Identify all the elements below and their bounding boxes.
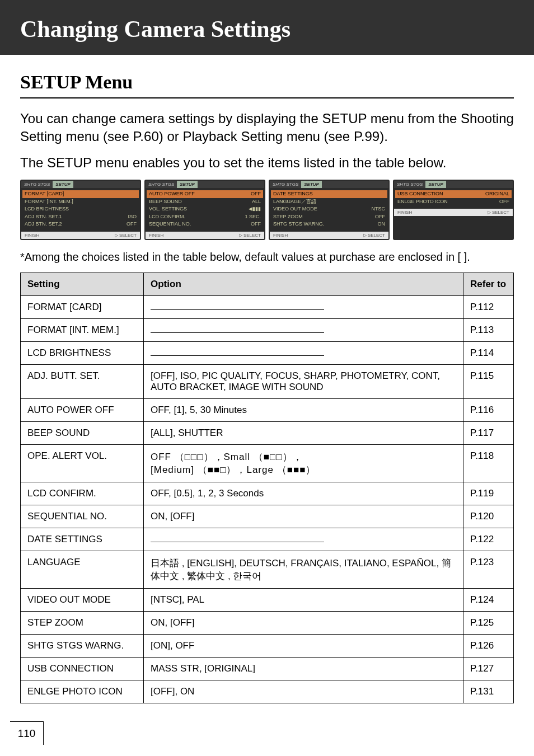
screenshot-foot-select: ▷ SELECT: [363, 233, 385, 238]
screenshot-menu-row: ADJ BTN. SET.1ISO: [25, 213, 137, 221]
setup-screenshot: SHTG STGSSETUPDATE SETTINGSLANGUAGE／言語VI…: [269, 180, 390, 240]
screenshot-menu-row: STEP ZOOMOFF: [273, 213, 385, 221]
table-row: BEEP SOUND[ALL], SHUTTERP.117: [21, 421, 514, 444]
cell-setting: AUTO POWER OFF: [21, 398, 144, 421]
blank-line: [151, 348, 324, 356]
table-row: ENLGE PHOTO ICON[OFF], ONP.131: [21, 680, 514, 703]
intro-paragraph-1: You can change camera settings by displa…: [20, 110, 514, 146]
screenshot-tab: SHTG STGS: [146, 181, 177, 188]
table-row: LCD BRIGHTNESSP.114: [21, 341, 514, 364]
screenshot-foot-finish: FINISH: [273, 233, 288, 238]
blank-line: [151, 302, 324, 310]
screenshot-menu-row: LCD CONFIRM.1 SEC.: [149, 213, 261, 221]
screenshot-menu-row: DATE SETTINGS: [271, 190, 387, 198]
section-rule: [20, 97, 514, 98]
cell-option: OFF, [1], 5, 30 Minutes: [144, 398, 463, 421]
screenshot-tab: SETUP: [53, 181, 73, 188]
screenshot-menu-row: SHTG STGS WARNG.ON: [273, 220, 385, 228]
cell-option: [144, 295, 463, 318]
screenshot-foot-select: ▷ SELECT: [115, 233, 137, 238]
table-row: LCD CONFIRM.OFF, [0.5], 1, 2, 3 SecondsP…: [21, 482, 514, 505]
cell-setting: SEQUENTIAL NO.: [21, 505, 144, 528]
cell-option: OFF （□□□），Small （■□□），[Medium] （■■□），Lar…: [144, 444, 463, 482]
screenshot-tab: SHTG STGS: [270, 181, 301, 188]
cell-option: [ON], OFF: [144, 634, 463, 657]
page-number: 110: [10, 721, 44, 745]
screenshot-tab: SHTG STGS: [394, 181, 425, 188]
screenshot-menu-row: USB CONNECTIONORIGINAL: [395, 190, 512, 198]
cell-setting: VIDEO OUT MODE: [21, 588, 144, 611]
table-row: OPE. ALERT VOL.OFF （□□□），Small （■□□），[Me…: [21, 444, 514, 482]
cell-setting: SHTG STGS WARNG.: [21, 634, 144, 657]
cell-option: 日本語 , [ENGLISH], DEUTSCH, FRANÇAIS, ITAL…: [144, 551, 463, 588]
cell-setting: BEEP SOUND: [21, 421, 144, 444]
table-row: DATE SETTINGSP.122: [21, 528, 514, 551]
cell-setting: DATE SETTINGS: [21, 528, 144, 551]
cell-refer: P.124: [463, 588, 514, 611]
cell-refer: P.118: [463, 444, 514, 482]
cell-option: [144, 341, 463, 364]
cell-option: [OFF], ON: [144, 680, 463, 703]
cell-option: OFF, [0.5], 1, 2, 3 Seconds: [144, 482, 463, 505]
table-row: FORMAT [INT. MEM.]P.113: [21, 318, 514, 341]
cell-refer: P.112: [463, 295, 514, 318]
table-row: AUTO POWER OFFOFF, [1], 5, 30 MinutesP.1…: [21, 398, 514, 421]
cell-refer: P.122: [463, 528, 514, 551]
cell-setting: LCD CONFIRM.: [21, 482, 144, 505]
screenshot-menu-row: VOL. SETTINGS◀▮▮▮: [149, 205, 261, 213]
screenshot-tab: SETUP: [301, 181, 322, 188]
table-row: USB CONNECTIONMASS STR, [ORIGINAL]P.127: [21, 657, 514, 680]
cell-refer: P.126: [463, 634, 514, 657]
cell-refer: P.119: [463, 482, 514, 505]
cell-setting: FORMAT [INT. MEM.]: [21, 318, 144, 341]
table-row: VIDEO OUT MODE[NTSC], PALP.124: [21, 588, 514, 611]
screenshot-foot-select: ▷ SELECT: [488, 210, 509, 215]
screenshot-menu-row: SEQUENTIAL NO.OFF: [149, 220, 261, 228]
table-header-row: Setting Option Refer to: [21, 273, 514, 295]
screenshot-tab: SHTG STGS: [21, 181, 53, 188]
screenshot-menu-row: LANGUAGE／言語: [273, 198, 385, 206]
cell-setting: USB CONNECTION: [21, 657, 144, 680]
screenshot-menu-row: AUTO POWER OFFOFF: [147, 190, 263, 198]
blank-line: [151, 325, 324, 333]
page-masthead: Changing Camera Settings: [0, 0, 534, 55]
cell-refer: P.127: [463, 657, 514, 680]
cell-option: [NTSC], PAL: [144, 588, 463, 611]
cell-refer: P.113: [463, 318, 514, 341]
screenshot-menu-row: LCD BRIGHTNESS: [25, 205, 137, 213]
screenshot-menu-row: ENLGE PHOTO ICONOFF: [397, 198, 509, 206]
screenshot-menu-row: FORMAT [INT. MEM.]: [25, 198, 137, 206]
cell-refer: P.117: [463, 421, 514, 444]
th-option: Option: [144, 273, 463, 295]
cell-setting: LANGUAGE: [21, 551, 144, 588]
screenshot-menu-row: VIDEO OUT MODENTSC: [273, 205, 385, 213]
intro-paragraph-2: The SETUP menu enables you to set the it…: [20, 154, 514, 172]
screenshot-tab: SETUP: [425, 181, 446, 188]
cell-setting: STEP ZOOM: [21, 611, 144, 634]
cell-refer: P.116: [463, 398, 514, 421]
table-row: STEP ZOOMON, [OFF]P.125: [21, 611, 514, 634]
cell-refer: P.114: [463, 341, 514, 364]
default-values-note: *Among the choices listed in the table b…: [20, 249, 514, 265]
cell-setting: FORMAT [CARD]: [21, 295, 144, 318]
table-row: LANGUAGE日本語 , [ENGLISH], DEUTSCH, FRANÇA…: [21, 551, 514, 588]
cell-option: ON, [OFF]: [144, 505, 463, 528]
section-title: SETUP Menu: [20, 72, 514, 93]
table-row: SEQUENTIAL NO.ON, [OFF]P.120: [21, 505, 514, 528]
screenshot-foot-finish: FINISH: [397, 210, 412, 215]
cell-option: [144, 318, 463, 341]
th-setting: Setting: [21, 273, 144, 295]
cell-refer: P.131: [463, 680, 514, 703]
cell-option: [144, 528, 463, 551]
cell-refer: P.115: [463, 364, 514, 398]
screenshot-foot-finish: FINISH: [25, 233, 39, 238]
screenshot-tab: SETUP: [177, 181, 198, 188]
th-refer: Refer to: [463, 273, 514, 295]
table-row: SHTG STGS WARNG.[ON], OFFP.126: [21, 634, 514, 657]
cell-setting: LCD BRIGHTNESS: [21, 341, 144, 364]
cell-setting: ADJ. BUTT. SET.: [21, 364, 144, 398]
settings-table: Setting Option Refer to FORMAT [CARD]P.1…: [20, 273, 514, 703]
table-row: ADJ. BUTT. SET.[OFF], ISO, PIC QUALITY, …: [21, 364, 514, 398]
table-row: FORMAT [CARD]P.112: [21, 295, 514, 318]
setup-screenshots: SHTG STGSSETUPFORMAT [CARD]FORMAT [INT. …: [20, 180, 514, 240]
